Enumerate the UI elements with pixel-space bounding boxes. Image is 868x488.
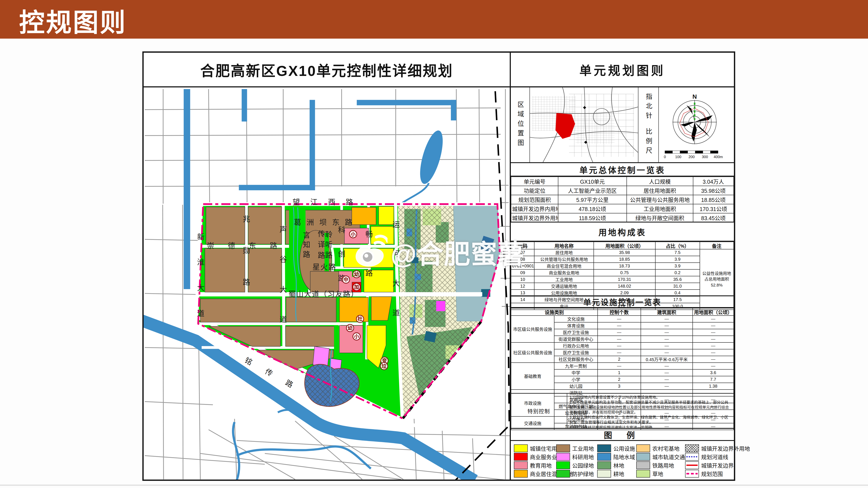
road-label: 言 bbox=[303, 231, 310, 239]
legend-label: 林地 bbox=[613, 461, 624, 469]
legend-label: 公用设施 bbox=[613, 445, 635, 452]
special-note: 2.在不改变单元结构及主导功能，配套设施总量不减少且满足服务半径要求的基础上，部… bbox=[569, 400, 732, 415]
legend-swatch bbox=[514, 453, 528, 461]
legend-label: 城镇开发边界外用地 bbox=[701, 445, 750, 452]
facility-marker-label: 社 bbox=[358, 316, 363, 322]
top-banner: 控规图则 bbox=[0, 0, 868, 39]
facility-marker-label: 幼 bbox=[348, 325, 352, 331]
legend-item: 铁路用地 bbox=[636, 461, 684, 469]
road-label: 大 bbox=[279, 286, 287, 294]
legend-label: 公园绿地 bbox=[572, 461, 594, 469]
legend-label: 城镇开发边界 bbox=[701, 461, 734, 469]
legend-label: 铁路用地 bbox=[652, 461, 674, 469]
legend-label: 工业用地 bbox=[572, 445, 594, 452]
legend-item: 规划河道线 bbox=[685, 452, 735, 461]
planning-map-svg: 望江西路葛洲坝东路崇德东路星火路蜀山大道（习友路）铭传路新淮大道兆勋路声谷大道言… bbox=[144, 88, 510, 480]
landuse-table: 代码用地名称 用地面积（公顷）占比（%） 备注07居住用地35.987.5公益性… bbox=[511, 241, 734, 296]
legend-title: 图 例 bbox=[511, 429, 734, 441]
table-header-row: 代码用地名称 用地面积（公顷）占比（%） 备注 bbox=[511, 242, 734, 249]
road-label: 火 bbox=[320, 263, 328, 271]
facility-marker-label: 小 bbox=[351, 231, 356, 237]
overall-control-table: 单元编号GX10单元 人口规模3.04万人 功能定位人工智能产业示范区 居住用地… bbox=[511, 176, 734, 223]
legend-swatch bbox=[685, 445, 699, 452]
road-label: 道 bbox=[312, 290, 319, 298]
bottom-divider bbox=[0, 485, 868, 486]
road-label: 运 bbox=[393, 220, 400, 229]
north-letter: N bbox=[692, 93, 697, 100]
legend-item: 城市轨道交通用地 bbox=[636, 452, 684, 461]
table-row: 规划范围面积5.97平方公里 公共管理与公共服务用地18.85公顷 bbox=[511, 195, 734, 204]
road-label: 路 bbox=[365, 269, 373, 277]
legend-swatch bbox=[556, 461, 570, 469]
special-control-row: 特别控制 1.公园绿地内可兼容设置不少于10%的体育设施用地。2.在不改变单元结… bbox=[511, 393, 734, 429]
legend-item: 防护绿地 bbox=[556, 469, 596, 478]
legend-swatch bbox=[636, 445, 650, 452]
page-title: 控规图则 bbox=[19, 2, 127, 39]
road-label: 道 bbox=[279, 315, 287, 324]
road-label: 星 bbox=[312, 263, 320, 271]
sheet-title-left: 合肥高新区GX10单元控制性详细规划 bbox=[144, 53, 511, 88]
road-label: 科 bbox=[338, 226, 345, 234]
special-control-label: 特别控制 bbox=[511, 394, 567, 428]
table-row: 功能定位人工智能产业示范区 居住用地面积35.98公顷 bbox=[511, 186, 734, 195]
road-label: 友 bbox=[335, 290, 342, 298]
road-label: 崇 bbox=[207, 241, 214, 250]
legend-item: 商业居住混合用地 bbox=[514, 469, 555, 478]
legend-swatch bbox=[597, 470, 611, 478]
legend-item: 林地 bbox=[597, 461, 636, 469]
legend-label: 陆地水域 bbox=[613, 453, 635, 461]
legend-item: 科研用地 bbox=[556, 452, 596, 461]
scale-label: 比例尺 bbox=[644, 128, 653, 157]
road-label: 路 bbox=[270, 241, 277, 250]
facilities-table: 设施类别 控制个数 建筑面积 用地面积（公顷）市区级公共服务设施文化设施———体… bbox=[511, 308, 734, 393]
scale-tick: 0 bbox=[664, 155, 666, 159]
facilities-table-title: 单元设施控制一览表 bbox=[511, 296, 734, 308]
facility-marker-label: 中 bbox=[343, 277, 348, 282]
legend-item: 陆地水域 bbox=[597, 452, 636, 461]
legend-label: 草地 bbox=[652, 470, 663, 478]
road-label: 大 bbox=[393, 279, 400, 287]
legend-item: 公用设施 bbox=[597, 444, 636, 452]
legend-item: 工业用地 bbox=[556, 444, 596, 452]
legend-item: 农村宅基地 bbox=[636, 444, 684, 452]
legend-swatch bbox=[685, 453, 699, 461]
table-row: 单元编号GX10单元 人口规模3.04万人 bbox=[511, 177, 734, 186]
legend-swatch bbox=[556, 453, 570, 461]
panel-title: 单元规划图则 bbox=[579, 61, 665, 78]
road-label: 聆 bbox=[325, 230, 333, 238]
road-label: 路 bbox=[303, 250, 310, 259]
legend: 城镇住宅用地 商业服务业用地 教育用地 商业居住混合用地 工业用地 科研用地 公… bbox=[511, 441, 734, 480]
legend-item: 教育用地 bbox=[514, 461, 555, 469]
table-row: 城镇开发边界内用地面积478.18公顷 工业用地面积170.31公顷 bbox=[511, 204, 734, 213]
legend-swatch bbox=[514, 445, 528, 452]
legend-label: 科研用地 bbox=[572, 453, 594, 461]
road-label: 创 bbox=[338, 250, 345, 258]
plan-title: 合肥高新区GX10单元控制性详细规划 bbox=[200, 59, 453, 80]
road-label: 路 bbox=[346, 198, 353, 206]
road-label: 坝 bbox=[319, 218, 327, 226]
road-label: 河 bbox=[393, 250, 400, 258]
legend-item: 公园绿地 bbox=[556, 461, 596, 469]
table-row: 市区级公共服务设施文化设施——— bbox=[511, 316, 734, 322]
legend-swatch bbox=[597, 461, 611, 469]
legend-item: 城镇开发边界外用地 bbox=[685, 444, 735, 452]
road-label: 声 bbox=[279, 225, 287, 234]
legend-swatch bbox=[685, 470, 699, 478]
scale-tick: 200 bbox=[688, 155, 694, 159]
legend-label: 防护绿地 bbox=[572, 470, 594, 478]
legend-item: 草地 bbox=[636, 469, 684, 478]
road-label: 知 bbox=[303, 241, 310, 249]
table-row: 社区级公共服务设施行政办公用地——— bbox=[511, 343, 734, 349]
right-panel: 区域位置图 bbox=[511, 88, 734, 480]
legend-item: 城镇住宅用地 bbox=[514, 444, 555, 452]
road-label: 东 bbox=[332, 218, 339, 226]
road-label: 勋 bbox=[243, 247, 250, 255]
scale-bar: 0100200300400m bbox=[664, 151, 723, 159]
special-control-notes: 1.公园绿地内可兼容设置不少于10%的体育设施用地。2.在不改变单元结构及主导功… bbox=[567, 394, 734, 428]
road-label: 译 bbox=[318, 240, 325, 249]
road-label: 听 bbox=[325, 241, 333, 249]
legend-label: 农村宅基地 bbox=[652, 445, 679, 452]
legend-swatch bbox=[636, 461, 650, 469]
location-section: 区域位置图 bbox=[511, 88, 734, 163]
road-label: 言 bbox=[365, 250, 373, 258]
